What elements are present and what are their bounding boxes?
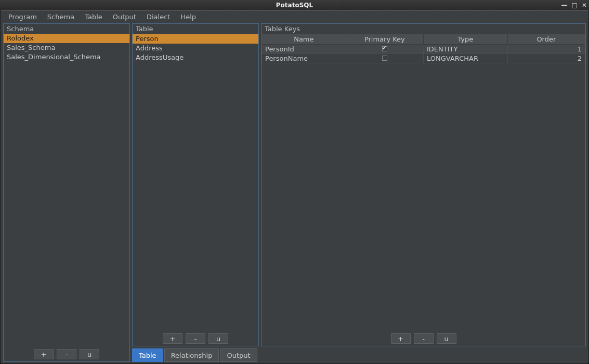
cell-type[interactable]: IDENTITY [423,45,507,54]
table-item-addressusage[interactable]: AddressUsage [133,53,258,62]
cell-name[interactable]: PersonId [262,45,346,54]
keys-update-button[interactable]: u [437,333,456,344]
schema-item-rolodex[interactable]: Rolodex [4,34,129,43]
schema-list[interactable]: Rolodex Sales_Schema Sales_Dimensional_S… [4,34,129,347]
table-row[interactable]: PersonName LONGVARCHAR 2 [262,54,585,63]
keys-panel: Table Keys Name [261,23,586,346]
tab-output[interactable]: Output [220,348,257,362]
table-update-button[interactable]: u [208,333,228,344]
schema-add-button[interactable]: + [34,349,54,359]
window-title: PotatoSQL [276,2,313,9]
keys-col-name[interactable]: Name [262,34,346,45]
schema-remove-button[interactable]: - [57,349,76,359]
menubar: Program Schema Table Output Dialect Help [1,11,588,22]
schema-item-sales-dimensional[interactable]: Sales_Dimensional_Schema [4,52,129,62]
cell-type[interactable]: LONGVARCHAR [423,54,507,63]
menu-dialect[interactable]: Dialect [142,12,174,22]
checkbox-icon[interactable] [382,46,387,51]
cell-pk[interactable] [346,45,423,54]
cell-pk[interactable] [346,54,423,63]
tab-relationship[interactable]: Relationship [164,348,219,362]
schema-panel-title: Schema [4,24,129,34]
maximize-icon[interactable]: □ [572,2,578,8]
keys-buttons: + - u [261,331,585,346]
menu-output[interactable]: Output [109,12,140,22]
top-row: Table Person Address AddressUsage + - u … [132,23,586,346]
cell-order[interactable]: 1 [507,45,585,54]
table-remove-button[interactable]: - [186,333,205,344]
schema-buttons: + - u [4,347,129,361]
menu-schema[interactable]: Schema [43,12,78,22]
menu-table[interactable]: Table [81,12,107,22]
keys-table: Name Primary Key Type Order PersonId [261,34,585,63]
table-list[interactable]: Person Address AddressUsage [133,34,258,331]
keys-add-button[interactable]: + [391,333,411,344]
checkbox-icon[interactable] [382,56,387,61]
window-titlebar: PotatoSQL — □ ✕ [0,0,589,10]
menu-help[interactable]: Help [176,12,200,22]
minimize-icon[interactable]: — [561,2,568,8]
table-item-address[interactable]: Address [133,44,258,53]
table-panel: Table Person Address AddressUsage + - u [132,23,259,346]
cell-order[interactable]: 2 [507,54,585,63]
close-icon[interactable]: ✕ [582,2,587,8]
schema-update-button[interactable]: u [80,349,99,359]
table-buttons: + - u [133,331,258,346]
center-right: Table Person Address AddressUsage + - u … [132,23,586,362]
keys-col-type[interactable]: Type [423,34,507,45]
keys-col-pk[interactable]: Primary Key [346,34,423,45]
keys-panel-title: Table Keys [261,24,585,34]
keys-remove-button[interactable]: - [414,333,434,344]
tab-table[interactable]: Table [132,348,163,362]
table-item-person[interactable]: Person [133,34,258,44]
schema-panel: Schema Rolodex Sales_Schema Sales_Dimens… [3,23,130,362]
app-frame: Program Schema Table Output Dialect Help… [1,10,588,363]
schema-item-sales[interactable]: Sales_Schema [4,43,129,52]
keys-table-wrap[interactable]: Name Primary Key Type Order PersonId [261,34,585,331]
table-row[interactable]: PersonId IDENTITY 1 [262,45,585,54]
view-tabs: Table Relationship Output [132,348,586,362]
menu-program[interactable]: Program [4,12,41,22]
table-add-button[interactable]: + [163,333,182,344]
cell-name[interactable]: PersonName [262,54,346,63]
workarea: Schema Rolodex Sales_Schema Sales_Dimens… [1,22,588,363]
table-panel-title: Table [133,24,258,34]
keys-col-order[interactable]: Order [507,34,585,45]
